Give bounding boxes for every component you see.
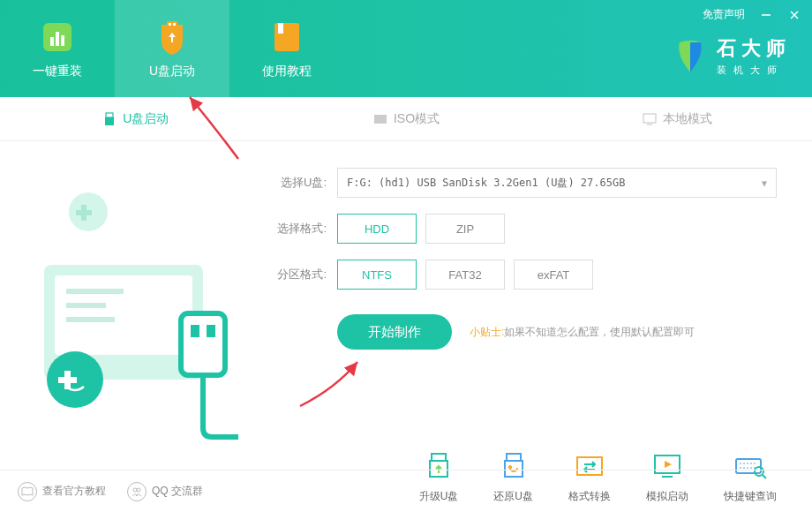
partition-label: 分区格式: xyxy=(265,267,327,282)
brand-title: 石大师 xyxy=(717,35,791,62)
usb-select-label: 选择U盘: xyxy=(265,175,327,191)
format-option-hdd[interactable]: HDD xyxy=(337,214,417,244)
subtab-local[interactable]: 本地模式 xyxy=(541,97,812,140)
nav-usb-boot[interactable]: U盘启动 xyxy=(115,0,229,97)
svg-rect-8 xyxy=(169,23,171,26)
svg-rect-26 xyxy=(207,325,215,337)
format-label: 选择格式: xyxy=(265,221,327,237)
nav-label: 一键重装 xyxy=(33,64,82,79)
svg-rect-6 xyxy=(61,35,64,46)
close-button[interactable] xyxy=(787,8,801,22)
brand-logo-icon xyxy=(673,39,708,74)
subtab-iso[interactable]: ISO模式 xyxy=(271,97,542,140)
usb-icon xyxy=(102,111,117,127)
svg-rect-11 xyxy=(278,23,283,34)
people-icon xyxy=(127,482,147,501)
svg-rect-27 xyxy=(432,454,446,461)
subtab-label: ISO模式 xyxy=(394,111,440,127)
svg-rect-9 xyxy=(173,23,176,26)
svg-rect-25 xyxy=(191,325,199,337)
nav-label: 使用教程 xyxy=(262,64,312,79)
svg-rect-7 xyxy=(167,21,177,28)
partition-option-ntfs[interactable]: NTFS xyxy=(337,260,417,290)
usb-shield-icon xyxy=(153,18,192,56)
disclaimer-link[interactable]: 免责声明 xyxy=(703,7,745,22)
nav-label: U盘启动 xyxy=(149,64,195,79)
minimize-button[interactable] xyxy=(759,8,773,22)
svg-point-39 xyxy=(133,488,137,492)
svg-rect-14 xyxy=(374,115,387,124)
usb-select[interactable]: F:G: (hd1) USB SanDisk 3.2Gen1 (U盘) 27.6… xyxy=(337,168,777,198)
brand: 石大师 装机大师 xyxy=(673,35,791,77)
footer-qq-link[interactable]: QQ 交流群 xyxy=(127,482,203,501)
nav-reinstall[interactable]: 一键重装 xyxy=(0,0,115,97)
svg-rect-24 xyxy=(181,313,225,375)
footer-tutorial-link[interactable]: 查看官方教程 xyxy=(18,482,106,501)
partition-option-fat32[interactable]: FAT32 xyxy=(425,260,505,290)
nav-tutorial[interactable]: 使用教程 xyxy=(229,0,344,97)
svg-rect-15 xyxy=(643,114,656,123)
footer-qq-label: QQ 交流群 xyxy=(152,484,203,499)
partition-option-exfat[interactable]: exFAT xyxy=(514,260,593,290)
svg-rect-5 xyxy=(56,32,59,46)
iso-icon xyxy=(372,111,388,127)
usb-illustration xyxy=(0,168,265,441)
book-icon xyxy=(267,18,306,56)
bar-chart-icon xyxy=(38,18,77,56)
book-open-icon xyxy=(18,482,37,501)
svg-rect-13 xyxy=(105,117,114,125)
usb-select-value: F:G: (hd1) USB SanDisk 3.2Gen1 (U盘) 27.6… xyxy=(347,176,625,191)
tip-label: 小贴士: xyxy=(470,325,504,340)
svg-rect-12 xyxy=(106,113,113,117)
subtab-usb-boot[interactable]: U盘启动 xyxy=(0,97,271,140)
subtab-label: U盘启动 xyxy=(123,111,169,127)
tip-text: 如果不知道怎么配置，使用默认配置即可 xyxy=(504,325,695,340)
start-button[interactable]: 开始制作 xyxy=(337,314,452,350)
footer-tutorial-label: 查看官方教程 xyxy=(42,484,106,499)
subtab-label: 本地模式 xyxy=(663,111,712,127)
svg-rect-4 xyxy=(50,37,54,46)
svg-point-40 xyxy=(137,488,140,492)
chevron-down-icon: ▼ xyxy=(762,178,767,188)
svg-rect-29 xyxy=(507,454,521,461)
desktop-icon xyxy=(642,111,658,127)
svg-rect-19 xyxy=(55,275,192,355)
format-option-zip[interactable]: ZIP xyxy=(425,214,505,244)
brand-subtitle: 装机大师 xyxy=(717,64,791,77)
